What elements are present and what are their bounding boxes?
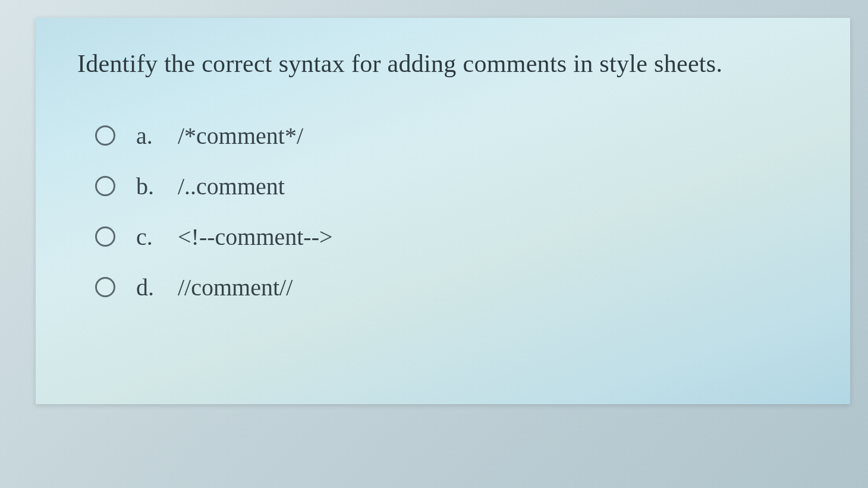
radio-a[interactable]	[95, 125, 115, 146]
question-text: Identify the correct syntax for adding c…	[77, 48, 809, 80]
options-list: a. /*comment*/ b. /..comment c. <!--comm…	[77, 122, 809, 301]
option-d-text: //comment//	[178, 273, 293, 301]
option-d-row[interactable]: d. //comment//	[95, 273, 809, 301]
option-b-row[interactable]: b. /..comment	[95, 172, 809, 200]
option-c-text: <!--comment-->	[178, 223, 333, 251]
option-b-text: /..comment	[178, 172, 285, 200]
option-d-letter: d.	[136, 273, 178, 301]
radio-c[interactable]	[95, 226, 115, 247]
option-a-row[interactable]: a. /*comment*/	[95, 122, 809, 150]
radio-b[interactable]	[95, 176, 115, 196]
question-card: Identify the correct syntax for adding c…	[36, 18, 850, 404]
radio-d[interactable]	[95, 277, 115, 297]
option-c-letter: c.	[136, 223, 178, 251]
option-c-row[interactable]: c. <!--comment-->	[95, 223, 809, 251]
page-container: Identify the correct syntax for adding c…	[0, 0, 868, 488]
option-a-letter: a.	[136, 122, 178, 150]
option-a-text: /*comment*/	[178, 122, 303, 150]
option-b-letter: b.	[136, 172, 178, 200]
